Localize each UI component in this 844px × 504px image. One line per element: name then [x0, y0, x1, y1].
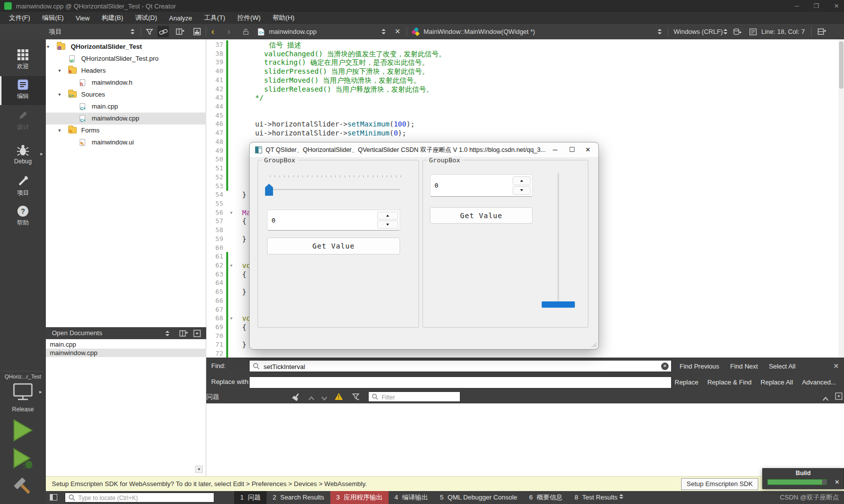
link-with-editor-icon[interactable] [157, 26, 169, 37]
left-spinbox[interactable]: 0 [267, 210, 400, 231]
tree-row-forms[interactable]: ▾✎Forms [46, 125, 206, 136]
tree-row-qhorizontalslider-test[interactable]: ▾⚙QHorizontalSlider_Test [46, 41, 206, 53]
toggle-sidebar-icon[interactable] [50, 494, 57, 501]
replace-all-button[interactable]: Replace All [761, 378, 793, 386]
tree-row-qhorizontalslider-test-pro[interactable]: qtQHorizontalSlider_Test.pro [46, 53, 206, 65]
editor-scrollbar[interactable] [839, 39, 844, 358]
previous-item-icon[interactable] [308, 394, 315, 403]
window-close-button[interactable]: ✕ [834, 2, 839, 9]
menu-file[interactable]: 文件(F) [3, 12, 36, 24]
next-item-icon[interactable] [321, 394, 328, 403]
output-tab-4[interactable]: 4编译输出 [389, 491, 434, 504]
symbol-selector[interactable]: MainWindow::MainWindow(QWidget *) [423, 24, 535, 39]
find-previous-button[interactable]: Find Previous [680, 363, 719, 370]
dialog-minimize-button[interactable]: ─ [547, 142, 563, 157]
setup-emscripten-button[interactable]: Setup Emscripten SDK [681, 478, 758, 490]
mode-edit[interactable]: 编辑 [0, 76, 46, 105]
document-dropdown-icon[interactable] [382, 29, 386, 34]
tree-row-mainwindow-ui[interactable]: ✎mainwindow.ui [46, 136, 206, 148]
tree-row-mainwindow-cpp[interactable]: C+mainwindow.cpp [46, 113, 206, 125]
tree-row-main-cpp[interactable]: C+main.cpp [46, 101, 206, 113]
horizontal-slider-handle[interactable] [265, 184, 273, 196]
open-document-mainwindow-cpp[interactable]: mainwindow.cpp [46, 349, 206, 357]
encoding-icon[interactable] [731, 26, 743, 37]
menu-widgets[interactable]: 控件(W) [231, 12, 267, 24]
right-spinbox[interactable]: 0 [430, 174, 533, 197]
close-find-bar-icon[interactable]: ✕ [833, 358, 839, 374]
output-tab-5[interactable]: 5QML Debugger Console [434, 491, 523, 504]
expand-arrow-icon[interactable]: ▾ [58, 65, 61, 77]
replace-input[interactable] [254, 378, 644, 388]
vertical-slider-handle[interactable] [542, 301, 575, 308]
fold-marker-icon[interactable]: ▾ [230, 314, 233, 323]
locator-input[interactable] [77, 494, 211, 503]
right-spinbox-up-button[interactable] [513, 176, 531, 185]
tree-row-mainwindow-h[interactable]: hmainwindow.h [46, 77, 206, 89]
window-minimize-button[interactable]: ─ [795, 2, 799, 9]
select-all-button[interactable]: Select All [769, 363, 795, 370]
close-pane-bottom-icon[interactable] [835, 392, 843, 402]
mode-help[interactable]: ? 帮助 [0, 203, 46, 232]
expand-arrow-icon[interactable]: ▾ [47, 41, 49, 53]
line-ending-selector[interactable]: Windows (CRLF) [674, 24, 723, 39]
back-icon[interactable]: ‹ [211, 24, 214, 39]
menu-analyze[interactable]: Analyze [163, 13, 198, 23]
pane-selector-dropdown-icon[interactable] [131, 29, 135, 34]
open-documents-dropdown-icon[interactable] [165, 331, 169, 336]
right-spinbox-down-button[interactable] [513, 186, 531, 195]
kit-selector[interactable] [12, 383, 34, 404]
filter-icon[interactable] [143, 26, 155, 37]
output-tab-6[interactable]: 6概要信息 [523, 491, 568, 504]
qslider-test-dialog[interactable]: QT QSlider、QHorizontalSlider、QVerticalSl… [249, 142, 599, 350]
editor-scrollbar-thumb[interactable] [839, 41, 844, 89]
close-document-icon[interactable]: ✕ [395, 24, 401, 39]
issues-filter-input[interactable] [381, 392, 457, 402]
open-documents-split-icon[interactable] [179, 329, 188, 341]
clear-find-icon[interactable]: ✕ [661, 363, 669, 370]
close-pane-icon[interactable] [191, 26, 203, 37]
advanced-button[interactable]: Advanced... [802, 378, 837, 386]
debug-flyout-arrow-icon[interactable]: ▸ [40, 151, 43, 156]
dialog-resize-grip[interactable] [591, 342, 596, 347]
tree-row-headers[interactable]: ▾hHeaders [46, 65, 206, 77]
kit-flyout-arrow-icon[interactable]: ▸ [39, 389, 42, 394]
output-tab-8[interactable]: 8Test Results [568, 491, 623, 504]
fold-marker-icon[interactable]: ▾ [230, 208, 233, 217]
warning-icon[interactable]: ! [335, 393, 343, 400]
open-document-selector[interactable]: mainwindow.cpp [269, 24, 316, 39]
text-wrap-icon[interactable] [747, 26, 759, 37]
output-tab-2[interactable]: 2Search Results [267, 491, 330, 504]
run-button[interactable] [13, 419, 33, 444]
open-document-main-cpp[interactable]: main.cpp [46, 340, 206, 349]
left-spinbox-up-button[interactable] [377, 212, 398, 220]
maximize-pane-icon[interactable] [822, 394, 829, 403]
clean-icon[interactable] [291, 392, 300, 403]
split-editor-icon[interactable] [816, 26, 828, 37]
output-tab-1[interactable]: 1问题 [234, 491, 267, 504]
symbol-dropdown-icon[interactable] [658, 29, 662, 34]
replace-button[interactable]: Replace [675, 378, 699, 386]
menu-edit[interactable]: 编辑(E) [36, 12, 70, 24]
dialog-maximize-button[interactable]: ☐ [563, 142, 580, 157]
output-tab-3[interactable]: 3应用程序输出 [330, 491, 389, 504]
horizontal-slider-track[interactable] [268, 189, 400, 190]
line-ending-dropdown-icon[interactable] [723, 29, 727, 34]
output-pane-arrows-icon[interactable] [619, 494, 623, 499]
expand-arrow-icon[interactable]: ▾ [58, 89, 61, 101]
mode-welcome[interactable]: 欢迎 [0, 46, 46, 75]
open-documents-close-icon[interactable] [193, 329, 201, 341]
debug-run-button[interactable] [13, 448, 34, 472]
mode-projects[interactable]: 项目 [0, 173, 46, 202]
tree-scroll-down-button[interactable]: ▼ [195, 466, 203, 473]
window-maximize-button[interactable]: ❐ [814, 2, 819, 9]
menu-debug[interactable]: 调试(D) [129, 12, 163, 24]
dialog-close-button[interactable]: ✕ [579, 142, 596, 157]
replace-and-find-button[interactable]: Replace & Find [707, 378, 752, 386]
fold-marker-icon[interactable]: ▾ [230, 261, 233, 270]
pane-selector[interactable]: 项目 [49, 24, 62, 39]
issues-filter-icon[interactable] [352, 393, 360, 403]
find-next-button[interactable]: Find Next [730, 363, 758, 370]
find-input[interactable] [263, 361, 653, 372]
expand-arrow-icon[interactable]: ▾ [58, 125, 61, 136]
menu-help[interactable]: 帮助(H) [267, 12, 300, 24]
